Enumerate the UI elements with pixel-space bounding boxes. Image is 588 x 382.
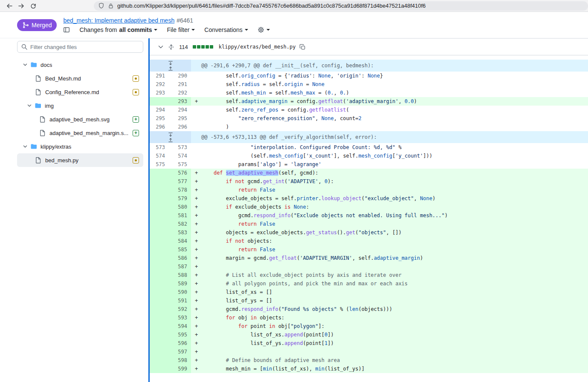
- diff-row-added: 589+ # all polygon points, and pick the …: [150, 279, 588, 288]
- old-line-number[interactable]: [150, 228, 169, 237]
- new-line-number[interactable]: 595: [169, 330, 191, 339]
- new-line-number[interactable]: 594: [169, 322, 191, 330]
- browser-back-button[interactable]: [3, 1, 15, 11]
- old-line-number[interactable]: [150, 211, 169, 220]
- old-line-number[interactable]: 573: [150, 143, 169, 152]
- old-line-number[interactable]: [150, 237, 169, 245]
- new-line-number[interactable]: 589: [169, 279, 191, 288]
- new-line-number[interactable]: 588: [169, 271, 191, 279]
- old-line-number[interactable]: [150, 220, 169, 228]
- old-line-number[interactable]: [150, 288, 169, 296]
- new-line-number[interactable]: 599: [169, 365, 191, 373]
- new-line-number[interactable]: 293: [169, 97, 191, 106]
- browser-forward-button[interactable]: [15, 1, 27, 11]
- new-line-number[interactable]: 581: [169, 211, 191, 220]
- old-line-number[interactable]: [150, 356, 169, 365]
- copy-path-button[interactable]: [299, 44, 306, 50]
- expand-up-button[interactable]: [168, 66, 173, 71]
- new-line-number[interactable]: 584: [169, 237, 191, 245]
- diff-toolbar: Changes from all commits File filter Con…: [63, 26, 269, 33]
- diff-settings-dropdown[interactable]: [258, 26, 270, 33]
- new-line-number[interactable]: 580: [169, 203, 191, 211]
- new-line-number[interactable]: 578: [169, 186, 191, 194]
- old-line-number[interactable]: [150, 330, 169, 339]
- old-line-number[interactable]: [150, 194, 169, 203]
- new-line-number[interactable]: 583: [169, 228, 191, 237]
- new-line-number[interactable]: 579: [169, 194, 191, 203]
- new-line-number[interactable]: 596: [169, 339, 191, 348]
- new-line-number[interactable]: 585: [169, 245, 191, 254]
- new-line-number[interactable]: 294: [169, 106, 191, 114]
- pr-title-link[interactable]: bed_mesh: Implement adaptive bed mesh: [63, 17, 174, 24]
- old-line-number[interactable]: [150, 245, 169, 254]
- tree-folder-img[interactable]: img: [17, 99, 143, 112]
- filter-changed-files-input[interactable]: [17, 41, 143, 53]
- expand-down-button[interactable]: [168, 132, 173, 137]
- old-line-number[interactable]: [150, 203, 169, 211]
- url-bar[interactable]: github.com/Klipper3d/klipper/pull/6461/f…: [94, 1, 588, 11]
- expand-all-hunks-button[interactable]: [168, 44, 174, 50]
- old-line-number[interactable]: [150, 177, 169, 186]
- new-line-number[interactable]: 577: [169, 177, 191, 186]
- old-line-number[interactable]: [150, 186, 169, 194]
- expand-up-button[interactable]: [168, 137, 173, 143]
- new-line-number[interactable]: 582: [169, 220, 191, 228]
- old-line-number[interactable]: [150, 348, 169, 356]
- new-line-number[interactable]: 295: [169, 114, 191, 123]
- old-line-number[interactable]: [150, 271, 169, 279]
- code-line: gcmd.respond_info("Exclude objects not e…: [201, 211, 588, 220]
- old-line-number[interactable]: [150, 365, 169, 373]
- new-line-number[interactable]: 573: [169, 143, 191, 152]
- new-line-number[interactable]: 587: [169, 262, 191, 271]
- old-line-number[interactable]: 294: [150, 106, 169, 114]
- old-line-number[interactable]: [150, 339, 169, 348]
- tree-folder-klippy-extras[interactable]: klippy/extras: [17, 140, 143, 153]
- old-line-number[interactable]: [150, 322, 169, 330]
- old-line-number[interactable]: 291: [150, 72, 169, 80]
- tree-file-Config_Reference.md[interactable]: Config_Reference.md: [17, 85, 143, 99]
- file-filter-dropdown[interactable]: File filter: [167, 26, 195, 33]
- diff-marker: [191, 123, 201, 131]
- old-line-number[interactable]: 575: [150, 160, 169, 169]
- old-line-number[interactable]: 296: [150, 123, 169, 131]
- new-line-number[interactable]: 574: [169, 152, 191, 160]
- old-line-number[interactable]: [150, 305, 169, 313]
- new-line-number[interactable]: 593: [169, 313, 191, 322]
- old-line-number[interactable]: 292: [150, 80, 169, 89]
- changes-from-dropdown[interactable]: Changes from all commits: [79, 26, 157, 33]
- new-line-number[interactable]: 575: [169, 160, 191, 169]
- browser-refresh-button[interactable]: [27, 1, 39, 11]
- sidebar-toggle-button[interactable]: [63, 26, 70, 33]
- expand-down-button[interactable]: [168, 60, 173, 66]
- tree-file-bed_mesh.py[interactable]: bed_mesh.py: [17, 153, 143, 167]
- conversations-dropdown[interactable]: Conversations: [204, 26, 248, 33]
- new-line-number[interactable]: 597: [169, 348, 191, 356]
- new-line-number[interactable]: 291: [169, 80, 191, 89]
- old-line-number[interactable]: [150, 169, 169, 177]
- collapse-file-button[interactable]: [157, 43, 164, 50]
- old-line-number[interactable]: 295: [150, 114, 169, 123]
- new-line-number[interactable]: 292: [169, 89, 191, 97]
- new-line-number[interactable]: 586: [169, 254, 191, 262]
- new-line-number[interactable]: 590: [169, 288, 191, 296]
- old-line-number[interactable]: [150, 279, 169, 288]
- diff-marker: +: [191, 271, 201, 279]
- tree-file-adaptive_bed_mesh.svg[interactable]: adaptive_bed_mesh.svg: [17, 112, 143, 126]
- old-line-number[interactable]: [150, 97, 169, 106]
- new-line-number[interactable]: 576: [169, 169, 191, 177]
- old-line-number[interactable]: [150, 313, 169, 322]
- new-line-number[interactable]: 598: [169, 356, 191, 365]
- old-line-number[interactable]: [150, 254, 169, 262]
- tree-folder-docs[interactable]: docs: [17, 58, 143, 72]
- new-line-number[interactable]: 592: [169, 305, 191, 313]
- old-line-number[interactable]: [150, 296, 169, 305]
- new-line-number[interactable]: 290: [169, 72, 191, 80]
- new-line-number[interactable]: 296: [169, 123, 191, 131]
- tree-file-Bed_Mesh.md[interactable]: Bed_Mesh.md: [17, 72, 143, 85]
- old-line-number[interactable]: 293: [150, 89, 169, 97]
- old-line-number[interactable]: [150, 262, 169, 271]
- git-merge-icon: [22, 22, 29, 29]
- tree-file-adaptive_bed_mesh_margin.s...[interactable]: adaptive_bed_mesh_margin.s...: [17, 126, 143, 140]
- old-line-number[interactable]: 574: [150, 152, 169, 160]
- new-line-number[interactable]: 591: [169, 296, 191, 305]
